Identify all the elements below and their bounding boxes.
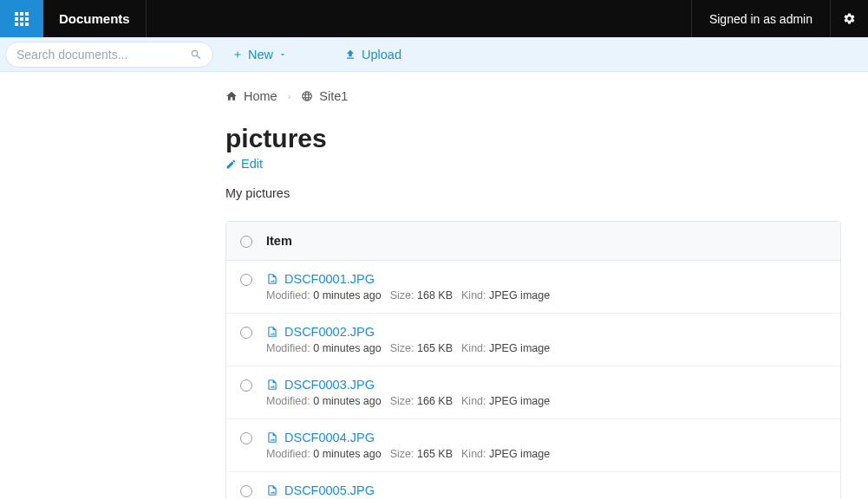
pencil-icon [225,159,237,170]
row-body: DSCF0002.JPGModified: 0 minutes agoSize:… [266,325,826,354]
breadcrumb-separator: › [288,91,291,101]
file-link[interactable]: DSCF0003.JPG [266,378,826,392]
row-checkbox[interactable] [240,379,252,392]
file-meta: Modified: 0 minutes agoSize: 168 KBKind:… [266,289,826,301]
home-icon [225,90,238,102]
row-checkbox[interactable] [240,327,252,339]
upload-icon [344,49,356,61]
brand-label[interactable]: Documents [43,0,147,37]
row-body: DSCF0004.JPGModified: 0 minutes agoSize:… [266,431,826,460]
breadcrumb-site-label: Site1 [319,89,348,103]
file-meta: Modified: 0 minutes agoSize: 165 KBKind:… [266,342,826,354]
row-checkbox[interactable] [240,274,252,286]
grid-icon [15,12,29,26]
page-description: My pictures [225,186,841,200]
file-name: DSCF0005.JPG [284,483,375,497]
svg-rect-4 [20,17,23,21]
signed-in-label[interactable]: Signed in as admin [691,0,830,37]
file-name: DSCF0004.JPG [284,431,375,444]
breadcrumb-site[interactable]: Site1 [301,89,348,103]
topbar-spacer [147,0,691,37]
new-label: New [248,48,273,62]
file-meta: Modified: 0 minutes agoSize: 166 KBKind:… [266,395,826,407]
file-link[interactable]: DSCF0002.JPG [266,325,826,339]
list-row: DSCF0001.JPGModified: 0 minutes agoSize:… [226,261,840,314]
search-container [5,42,213,68]
edit-button[interactable]: Edit [225,157,263,171]
svg-rect-3 [15,17,18,21]
content-scroll[interactable]: Home › Site1 pictures Edit My pictures I… [0,72,868,499]
file-image-icon [266,273,278,285]
topbar: Documents Signed in as admin [0,0,868,37]
page-title: pictures [225,124,841,153]
svg-rect-1 [20,12,23,16]
row-checkbox[interactable] [240,485,252,497]
svg-rect-7 [20,23,23,26]
edit-label: Edit [241,157,263,171]
breadcrumb-home[interactable]: Home [225,89,277,103]
listing-header: Item [226,222,840,261]
svg-rect-8 [25,23,29,26]
caret-down-icon [278,50,287,59]
upload-button[interactable]: Upload [344,48,401,62]
search-icon [190,49,202,61]
breadcrumb-home-label: Home [244,89,277,103]
file-image-icon [266,326,278,338]
app-menu-button[interactable] [0,0,43,37]
plus-icon [232,49,243,60]
listing-header-label: Item [266,234,292,248]
file-link[interactable]: DSCF0004.JPG [266,431,826,444]
svg-rect-6 [15,23,18,26]
list-row: DSCF0003.JPGModified: 0 minutes agoSize:… [226,366,840,419]
list-row: DSCF0002.JPGModified: 0 minutes agoSize:… [226,314,840,366]
upload-label: Upload [362,48,401,62]
row-checkbox[interactable] [240,432,252,444]
file-link[interactable]: DSCF0005.JPG [266,483,826,497]
globe-icon [301,90,313,102]
svg-rect-2 [25,12,29,16]
row-body: DSCF0003.JPGModified: 0 minutes agoSize:… [266,378,826,407]
content-inner: Home › Site1 pictures Edit My pictures I… [0,72,867,499]
file-image-icon [266,484,278,496]
file-name: DSCF0001.JPG [284,272,375,286]
list-row: DSCF0005.JPGModified: 0 minutes agoSize:… [226,472,840,499]
row-body: DSCF0001.JPGModified: 0 minutes agoSize:… [266,272,826,301]
listing-table: Item DSCF0001.JPGModified: 0 minutes ago… [225,221,841,499]
select-all-checkbox[interactable] [240,236,252,248]
toolbar: New Upload [0,37,868,72]
file-image-icon [266,431,278,444]
row-body: DSCF0005.JPGModified: 0 minutes agoSize:… [266,483,826,499]
file-link[interactable]: DSCF0001.JPG [266,272,826,286]
gear-icon [843,12,856,25]
file-name: DSCF0002.JPG [284,325,375,339]
settings-button[interactable] [830,0,868,37]
new-button[interactable]: New [232,48,292,62]
file-image-icon [266,379,278,391]
file-meta: Modified: 0 minutes agoSize: 165 KBKind:… [266,448,826,460]
list-row: DSCF0004.JPGModified: 0 minutes agoSize:… [226,419,840,472]
file-name: DSCF0003.JPG [284,378,375,392]
search-input[interactable] [16,48,190,62]
svg-rect-5 [25,17,29,21]
svg-rect-0 [15,12,18,16]
breadcrumb: Home › Site1 [225,89,841,103]
